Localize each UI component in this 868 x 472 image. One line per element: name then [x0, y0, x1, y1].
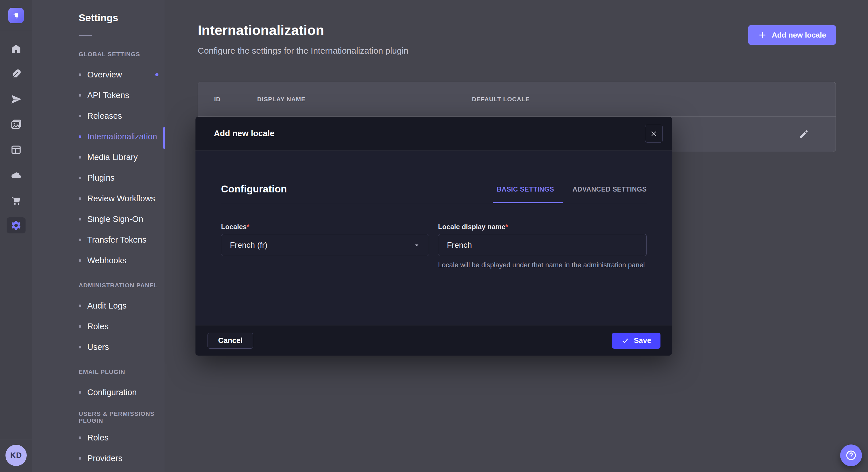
- main-icon-rail: KD: [0, 0, 32, 472]
- cancel-button[interactable]: Cancel: [208, 333, 253, 349]
- layout-nav-button[interactable]: [0, 137, 32, 162]
- bullet-icon: [79, 259, 81, 262]
- sidebar-item-label: Single Sign-On: [87, 214, 143, 224]
- page-title: Internationalization: [198, 22, 324, 38]
- add-new-locale-button[interactable]: Add new locale: [748, 25, 836, 45]
- tab-basic-settings[interactable]: BASIC SETTINGS: [497, 186, 554, 193]
- save-button[interactable]: Save: [612, 333, 660, 349]
- check-icon: [621, 337, 629, 345]
- column-header-id: ID: [214, 82, 221, 116]
- locales-field-label: Locales*: [221, 223, 249, 231]
- question-mark-icon: [845, 449, 857, 461]
- bullet-icon: [79, 218, 81, 221]
- bullet-icon: [79, 135, 81, 138]
- display-name-hint: Locale will be displayed under that name…: [438, 260, 649, 270]
- sidebar-title: Settings: [79, 12, 118, 24]
- bullet-icon: [79, 239, 81, 241]
- user-avatar[interactable]: KD: [5, 445, 27, 466]
- sidebar-item-email-configuration[interactable]: Configuration: [32, 382, 165, 403]
- sidebar-item-label: Review Workflows: [87, 194, 155, 203]
- bullet-icon: [79, 115, 81, 117]
- content-builder-nav-button[interactable]: [0, 61, 32, 87]
- sidebar-item-label: Overview: [87, 70, 122, 79]
- sidebar-item-admin-users[interactable]: Users: [32, 337, 165, 357]
- chevron-down-icon: [413, 242, 420, 248]
- sidebar-item-media-library[interactable]: Media Library: [32, 147, 165, 167]
- sidebar-item-up-roles[interactable]: Roles: [32, 427, 165, 448]
- section-users-permissions-plugin: USERS & PERMISSIONS PLUGIN: [32, 407, 165, 427]
- sidebar-item-api-tokens[interactable]: API Tokens: [32, 85, 165, 105]
- required-marker: *: [505, 223, 508, 231]
- sidebar-item-overview[interactable]: Overview: [32, 64, 165, 85]
- bullet-icon: [79, 436, 81, 439]
- sidebar-item-transfer-tokens[interactable]: Transfer Tokens: [32, 229, 165, 250]
- modal-footer: Cancel Save: [195, 325, 672, 356]
- sidebar-item-audit-logs[interactable]: Audit Logs: [32, 295, 165, 316]
- sidebar-item-label: Audit Logs: [87, 301, 127, 310]
- bullet-icon: [79, 177, 81, 179]
- sidebar-item-label: API Tokens: [87, 91, 129, 100]
- images-icon: [10, 119, 22, 130]
- bullet-icon: [79, 391, 81, 394]
- sidebar-item-label: Webhooks: [87, 256, 127, 265]
- sidebar-item-releases[interactable]: Releases: [32, 105, 165, 126]
- sidebar-nav-list: GLOBAL SETTINGS Overview API Tokens Rele…: [32, 44, 165, 469]
- rail-divider: [0, 31, 32, 31]
- sidebar-item-label: Internationalization: [87, 132, 157, 141]
- sidebar-item-label: Roles: [87, 433, 108, 442]
- required-marker: *: [247, 223, 249, 231]
- page-subtitle: Configure the settings for the Internati…: [198, 46, 408, 56]
- sidebar-item-webhooks[interactable]: Webhooks: [32, 250, 165, 271]
- bullet-icon: [79, 197, 81, 200]
- strapi-settings-screen: KD Settings GLOBAL SETTINGS Overview API…: [0, 0, 868, 472]
- strapi-logo-icon: [11, 11, 21, 20]
- sidebar-item-review-workflows[interactable]: Review Workflows: [32, 188, 165, 209]
- locales-select[interactable]: French (fr): [221, 234, 429, 256]
- sidebar-item-admin-roles[interactable]: Roles: [32, 316, 165, 337]
- gear-icon: [10, 220, 22, 231]
- sidebar-item-label: Transfer Tokens: [87, 235, 146, 245]
- active-tab-underline: [493, 202, 563, 203]
- home-nav-button[interactable]: [0, 36, 32, 61]
- deploy-nav-button[interactable]: [0, 87, 32, 112]
- display-name-input[interactable]: [438, 234, 647, 256]
- plus-icon: [758, 31, 767, 39]
- settings-nav-button[interactable]: [0, 213, 32, 238]
- tab-advanced-settings[interactable]: ADVANCED SETTINGS: [572, 186, 647, 193]
- notification-dot: [155, 73, 158, 76]
- column-header-display-name: DISPLAY NAME: [257, 82, 305, 116]
- column-header-default-locale: DEFAULT LOCALE: [472, 82, 530, 116]
- settings-tabs: BASIC SETTINGS ADVANCED SETTINGS: [497, 186, 647, 193]
- locales-select-value: French (fr): [230, 241, 268, 250]
- sidebar-item-single-sign-on[interactable]: Single Sign-On: [32, 209, 165, 229]
- sidebar-item-plugins[interactable]: Plugins: [32, 167, 165, 188]
- cart-icon: [10, 194, 22, 206]
- bullet-icon: [79, 156, 81, 159]
- bullet-icon: [79, 94, 81, 97]
- display-name-label-text: Locale display name: [438, 223, 505, 231]
- configuration-heading: Configuration: [221, 183, 287, 195]
- modal-close-button[interactable]: [645, 125, 663, 142]
- sidebar-item-label: Users: [87, 342, 109, 352]
- strapi-logo[interactable]: [8, 8, 24, 23]
- sidebar-item-label: Media Library: [87, 153, 138, 162]
- marketplace-nav-button[interactable]: [0, 188, 32, 213]
- settings-active-tile: [7, 217, 26, 233]
- sidebar-item-internationalization[interactable]: Internationalization: [32, 126, 165, 147]
- bullet-icon: [79, 457, 81, 460]
- cloud-nav-button[interactable]: [0, 162, 32, 188]
- modal-header: Add new locale: [195, 117, 672, 150]
- bullet-icon: [79, 305, 81, 307]
- section-global-settings: GLOBAL SETTINGS: [32, 44, 165, 64]
- sidebar-item-label: Releases: [87, 111, 122, 121]
- active-item-indicator: [163, 127, 165, 149]
- section-email-plugin: EMAIL PLUGIN: [32, 362, 165, 382]
- display-name-field-label: Locale display name*: [438, 223, 508, 231]
- title-divider: [79, 35, 92, 36]
- tabs-divider: [221, 203, 647, 203]
- save-button-label: Save: [634, 336, 651, 345]
- media-library-nav-button[interactable]: [0, 112, 32, 137]
- edit-pencil-icon[interactable]: [798, 129, 809, 140]
- sidebar-item-up-providers[interactable]: Providers: [32, 448, 165, 469]
- help-button[interactable]: [840, 444, 862, 466]
